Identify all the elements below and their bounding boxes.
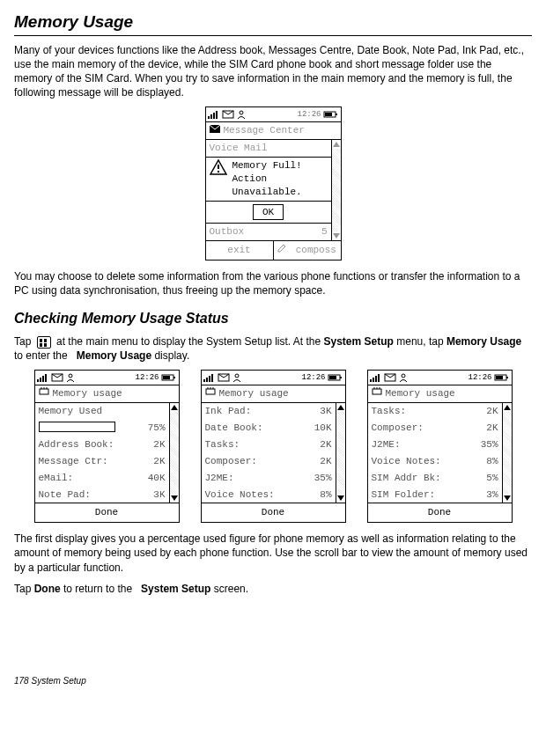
list-item: eMail:40K — [35, 470, 169, 487]
done-button[interactable]: Done — [35, 503, 179, 522]
scroll-down-icon[interactable] — [337, 495, 344, 501]
clock: 12:26 — [468, 372, 491, 383]
progress-value: 75% — [136, 422, 166, 435]
signal-icon — [370, 373, 382, 382]
warning-icon — [210, 159, 227, 175]
after-usage-paragraph-1: The first display gives you a percentage… — [14, 532, 532, 575]
status-bar: 12:26 — [35, 371, 179, 385]
app-title: Memory usage — [53, 387, 122, 400]
svg-rect-47 — [496, 376, 503, 379]
list-item: Composer:2K — [368, 420, 502, 437]
svg-rect-14 — [40, 378, 41, 382]
scrollbar[interactable] — [169, 403, 179, 503]
contact-icon — [236, 110, 247, 119]
svg-rect-8 — [325, 113, 332, 116]
list-item: Date Book:10K — [202, 420, 336, 437]
svg-rect-0 — [208, 116, 210, 119]
svg-rect-34 — [329, 376, 336, 379]
list-item: SIM Addr Bk:5% — [368, 470, 502, 487]
clock: 12:26 — [297, 109, 321, 120]
phone-mockup-usage-1: 12:26 Memory usage Memory Used 75% Addre… — [34, 370, 180, 523]
exit-button[interactable]: exit — [206, 241, 274, 260]
svg-rect-33 — [340, 377, 342, 378]
svg-point-18 — [69, 374, 72, 378]
voice-mail-row: Voice Mail — [206, 140, 331, 158]
clock: 12:26 — [135, 372, 159, 383]
svg-rect-13 — [37, 379, 39, 382]
list-item: Message Ctr:2K — [35, 453, 169, 470]
after-alert-paragraph: You may choose to delete some informatio… — [14, 269, 532, 297]
mail-icon — [218, 373, 230, 382]
battery-icon — [494, 373, 510, 382]
svg-rect-11 — [218, 165, 219, 169]
alert-line-3: Unavailable. — [232, 186, 328, 199]
section-title: Checking Memory Usage Status — [14, 309, 532, 328]
tap-instruction: Tap at the main menu to display the Syst… — [14, 334, 532, 363]
outbox-label: Outbox — [210, 225, 245, 239]
svg-rect-41 — [375, 376, 377, 382]
scrollbar[interactable] — [331, 140, 341, 240]
svg-rect-40 — [373, 378, 374, 382]
list-item: Address Book:2K — [35, 437, 169, 453]
mail-icon — [51, 373, 63, 382]
app-title-row: Message Center — [206, 122, 341, 140]
list-item: Voice Notes:8% — [368, 453, 502, 470]
contact-icon — [398, 373, 409, 382]
list-item: J2ME:35% — [202, 470, 336, 487]
usage-screens-row: 12:26 Memory usage Memory Used 75% Addre… — [14, 370, 532, 523]
done-button[interactable]: Done — [202, 503, 345, 522]
svg-rect-12 — [218, 171, 219, 172]
scroll-up-icon[interactable] — [504, 405, 511, 410]
memory-icon — [372, 387, 382, 400]
svg-rect-26 — [203, 379, 205, 382]
list-item: Note Pad:3K — [35, 487, 169, 503]
list-item: J2ME:35% — [368, 437, 502, 453]
svg-rect-28 — [209, 376, 210, 382]
status-bar: 12:26 — [206, 107, 341, 122]
svg-rect-3 — [216, 111, 218, 119]
scroll-down-icon[interactable] — [504, 495, 511, 501]
svg-rect-22 — [40, 389, 48, 394]
svg-rect-29 — [211, 374, 213, 382]
ok-button[interactable]: OK — [253, 204, 284, 221]
clock: 12:26 — [301, 372, 325, 383]
mail-icon — [222, 110, 234, 119]
app-title-row: Memory usage — [368, 385, 512, 403]
svg-rect-1 — [210, 114, 212, 119]
contact-icon — [232, 373, 242, 382]
scroll-down-icon[interactable] — [333, 233, 340, 239]
phone-mockup-usage-3: 12:26 Memory usage Tasks:2K Composer:2K … — [367, 370, 513, 523]
phone-mockup-alert: 12:26 Message Center Voice Mail Memory F… — [205, 106, 342, 261]
scrollbar[interactable] — [502, 403, 512, 503]
compose-button[interactable]: composs — [274, 241, 341, 260]
scrollbar[interactable] — [336, 403, 345, 503]
done-button[interactable]: Done — [368, 503, 512, 522]
scroll-up-icon[interactable] — [171, 405, 178, 410]
list-item: Composer:2K — [202, 453, 336, 470]
app-title: Memory usage — [219, 387, 289, 400]
alert-line-1: Memory Full! — [232, 159, 328, 172]
svg-rect-20 — [173, 377, 175, 378]
system-setup-icon — [37, 336, 51, 349]
app-title: Memory usage — [386, 387, 455, 400]
svg-rect-2 — [213, 113, 215, 119]
battery-icon — [161, 373, 177, 382]
app-title-row: Memory usage — [35, 385, 179, 403]
svg-rect-46 — [506, 377, 508, 378]
mail-icon — [384, 373, 396, 382]
memory-used-row: Memory Used — [35, 403, 169, 420]
alert-line-2: Action — [232, 172, 328, 186]
svg-rect-16 — [45, 374, 47, 382]
scroll-down-icon[interactable] — [171, 495, 178, 501]
page-footer: 178 System Setup — [14, 675, 532, 687]
signal-icon — [37, 373, 49, 382]
progress-bar — [39, 422, 115, 432]
memory-icon — [39, 387, 49, 400]
compose-icon — [277, 245, 292, 255]
svg-rect-21 — [163, 376, 170, 379]
svg-rect-27 — [206, 378, 208, 382]
scroll-up-icon[interactable] — [333, 142, 340, 147]
signal-icon — [203, 373, 216, 382]
progress-row: 75% — [35, 420, 169, 437]
scroll-up-icon[interactable] — [337, 405, 344, 410]
